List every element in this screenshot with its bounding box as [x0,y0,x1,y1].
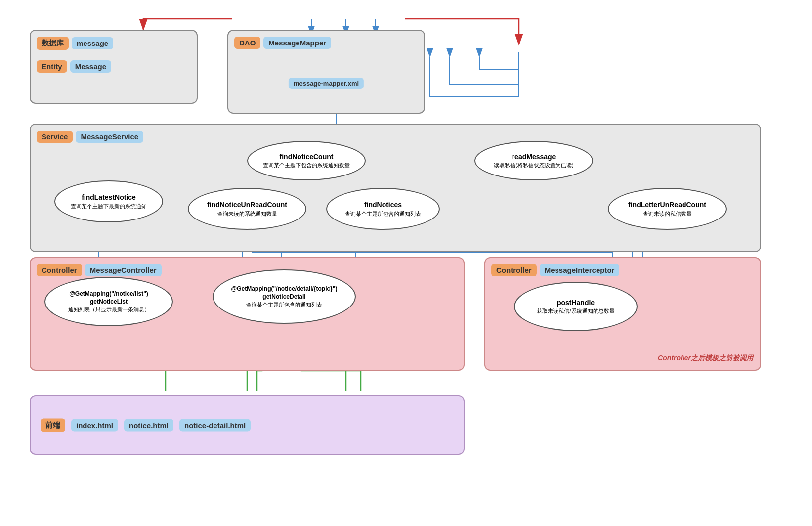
ellipse-getnoticelist: @GetMapping("/notice/list") getNoticeLis… [44,277,173,326]
badge-entity: Entity [37,60,67,73]
frontend-box: 前端 index.html notice.html notice-detail.… [30,395,465,455]
ellipse-posthandle: postHandle 获取未读私信/系统通知的总数量 [514,282,638,331]
ellipse-title-findnotices: findNotices [364,200,402,210]
badge-message2: Message [70,60,111,73]
ellipse-findnoticeunreadcount: findNoticeUnReadCount 查询未读的系统通知数量 [188,188,306,230]
ellipse-readmessage: readMessage 读取私信(将私信状态设置为已读) [474,141,593,180]
ellipse-title-getnoticedetail: @GetMapping("/notice/detail/{topic}") ge… [231,285,337,302]
badge-service: Service [37,131,73,143]
badge-mapper-xml: message-mapper.xml [289,78,364,89]
badge-message: message [72,37,113,49]
ellipse-desc-getnoticelist: 通知列表（只显示最新一条消息） [68,306,150,313]
ellipse-title-findnoticeunreadcount: findNoticeUnReadCount [207,200,287,210]
ellipse-desc-findlatestnotice: 查询某个主题下最新的系统通知 [71,203,147,210]
ellipse-desc-getnoticedetail: 查询某个主题所包含的通知列表 [246,301,322,308]
ellipse-title-readmessage: readMessage [512,152,556,162]
ellipse-findlatestnotice: findLatestNotice 查询某个主题下最新的系统通知 [54,180,163,222]
ellipse-title-getnoticelist: @GetMapping("/notice/list") getNoticeLis… [69,290,148,307]
badge-messageinterceptor: MessageInterceptor [540,264,620,276]
database-box: 数据库 message Entity Message [30,30,198,104]
ellipse-findletterunreadcount: findLetterUnReadCount 查询未读的私信数量 [608,188,727,230]
interceptor-note: Controller之后模板之前被调用 [658,354,753,363]
ellipse-getnoticedetail: @GetMapping("/notice/detail/{topic}") ge… [213,269,356,324]
ellipse-findnotices: findNotices 查询某个主题所包含的通知列表 [326,188,440,230]
ellipse-title-findlatestnotice: findLatestNotice [82,193,136,203]
ellipse-desc-findletterunreadcount: 查询未读的私信数量 [643,210,692,218]
badge-noticedetailhtml: notice-detail.html [179,419,251,432]
badge-database: 数据库 [37,37,69,50]
ellipse-title-posthandle: postHandle [557,298,595,308]
ellipse-desc-findnoticeunreadcount: 查询未读的系统通知数量 [217,210,277,218]
badge-messagemapper: MessageMapper [263,37,331,49]
ellipse-desc-findnotices: 查询某个主题所包含的通知列表 [345,210,421,218]
ellipse-findnoticecount: findNoticeCount 查询某个主题下包含的系统通知数量 [247,141,366,180]
badge-noticehtml: notice.html [124,419,173,432]
ellipse-desc-posthandle: 获取未读私信/系统通知的总数量 [537,307,614,315]
ellipse-desc-findnoticecount: 查询某个主题下包含的系统通知数量 [263,162,350,169]
ellipse-desc-readmessage: 读取私信(将私信状态设置为已读) [494,162,573,169]
badge-controller: Controller [37,264,82,276]
badge-controller2: Controller [491,264,537,276]
diagram-container: 数据库 message Entity Message DAO MessageMa… [0,0,812,526]
badge-frontend: 前端 [41,419,65,432]
ellipse-title-findnoticecount: findNoticeCount [280,152,334,162]
dao-box: DAO MessageMapper message-mapper.xml [227,30,425,114]
badge-messagecontroller: MessageController [85,264,162,276]
ellipse-title-findletterunreadcount: findLetterUnReadCount [628,200,706,210]
badge-indexhtml: index.html [71,419,118,432]
badge-dao: DAO [234,37,260,49]
badge-messageservice: MessageService [76,131,143,143]
